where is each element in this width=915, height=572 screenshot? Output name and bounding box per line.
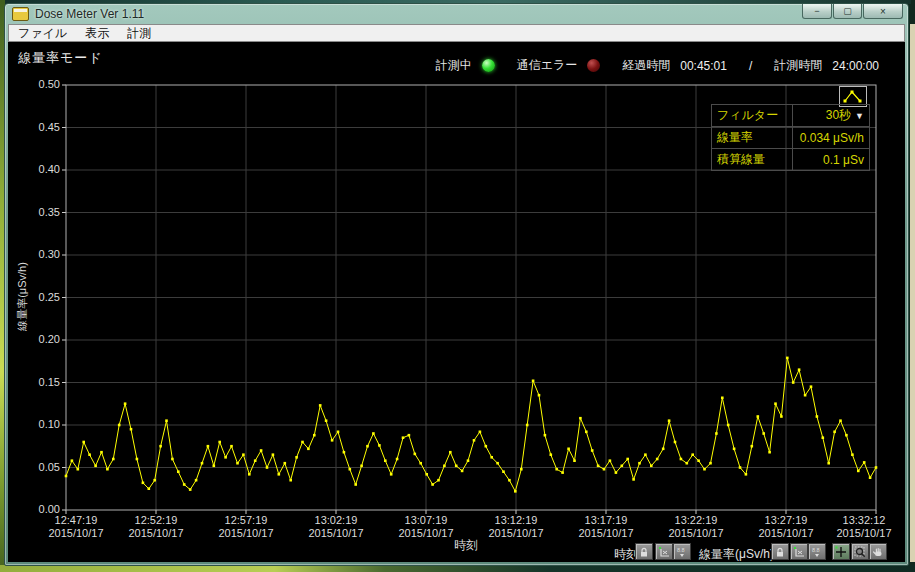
x-autoscale-button[interactable] [655, 543, 673, 560]
pan-hand-icon [872, 546, 884, 558]
lock-icon [638, 546, 650, 558]
app-window: Dose Meter Ver 1.11 − ▢ × ファイル 表示 計測 線量率… [4, 3, 909, 566]
maximize-button[interactable]: ▢ [833, 4, 862, 19]
reading-panel: フィルター 30秒▼ 線量率 0.034 μSv/h 積算線量 0.1 μSv [711, 104, 870, 171]
svg-text:8.8: 8.8 [812, 547, 820, 553]
filter-label: フィルター [712, 105, 793, 127]
svg-text:8.8: 8.8 [677, 547, 685, 553]
y-tick-label: 0.40 [18, 163, 60, 175]
menu-measure[interactable]: 計測 [118, 25, 160, 42]
scale-format-icon: 8.8 [811, 546, 823, 558]
main-content: 線量率モード 計測中 通信エラー 経過時間 00:45:01 / 計測時間 24… [8, 42, 905, 562]
x-tick-label: 13:32:122015/10/17 [818, 514, 905, 540]
filter-dropdown[interactable]: 30秒▼ [793, 105, 870, 127]
y-tick-label: 0.25 [18, 291, 60, 303]
pan-tool-button[interactable] [869, 543, 887, 560]
desktop: Dose Meter Ver 1.11 − ▢ × ファイル 表示 計測 線量率… [0, 0, 915, 572]
y-tick-label: 0.20 [18, 333, 60, 345]
desktop-wallpaper-right [910, 24, 915, 562]
autoscale-icon [658, 546, 670, 558]
y-tick-label: 0.10 [18, 418, 60, 430]
y-autoscale-button[interactable] [790, 543, 808, 560]
x-tick-label: 13:17:192015/10/17 [560, 514, 652, 540]
crosshair-icon [835, 546, 847, 558]
plot-line-peak-icon [842, 89, 864, 104]
dose-rate-row: 線量率 0.034 μSv/h [712, 127, 870, 149]
x-scale-lock-button[interactable] [635, 543, 653, 560]
close-button[interactable]: × [863, 4, 903, 19]
zoom-tool-button[interactable] [851, 543, 869, 560]
x-tick-label: 13:07:192015/10/17 [380, 514, 472, 540]
x-scale-format-button[interactable]: 8.8 [673, 543, 691, 560]
x-tick-label: 12:57:192015/10/17 [200, 514, 292, 540]
y-tick-label: 0.35 [18, 206, 60, 218]
dose-rate-value: 0.034 μSv/h [793, 127, 870, 149]
lock-icon [774, 546, 786, 558]
x-tick-label: 12:47:192015/10/17 [30, 514, 122, 540]
crosshair-tool-button[interactable] [832, 543, 850, 560]
y-tick-label: 0.45 [18, 121, 60, 133]
autoscale-icon [793, 546, 805, 558]
x-tick-label: 13:22:192015/10/17 [650, 514, 742, 540]
chevron-down-icon: ▼ [855, 111, 864, 121]
cumulative-dose-row: 積算線量 0.1 μSv [712, 149, 870, 171]
y-tick-label: 0.50 [18, 78, 60, 90]
menu-view[interactable]: 表示 [76, 25, 118, 42]
scale-format-icon: 8.8 [676, 546, 688, 558]
menu-file[interactable]: ファイル [9, 25, 76, 42]
y-tick-label: 0.30 [18, 248, 60, 260]
x-tick-label: 13:02:192015/10/17 [290, 514, 382, 540]
cumulative-dose-label: 積算線量 [712, 149, 793, 171]
x-tick-label: 12:52:192015/10/17 [110, 514, 202, 540]
dose-rate-label: 線量率 [712, 127, 793, 149]
y-scale-label: 線量率(μSv/h) [699, 546, 774, 562]
y-tick-label: 0.15 [18, 376, 60, 388]
menu-bar: ファイル 表示 計測 [8, 24, 905, 42]
y-scale-lock-button[interactable] [771, 543, 789, 560]
app-icon [12, 7, 29, 21]
title-bar[interactable]: Dose Meter Ver 1.11 − ▢ × [8, 4, 905, 24]
cumulative-dose-value: 0.1 μSv [793, 149, 870, 171]
y-scale-format-button[interactable]: 8.8 [808, 543, 826, 560]
desktop-wallpaper-bottom [0, 565, 915, 572]
minimize-button[interactable]: − [802, 4, 832, 19]
x-tick-label: 13:12:192015/10/17 [470, 514, 562, 540]
y-tick-label: 0.05 [18, 461, 60, 473]
filter-row: フィルター 30秒▼ [712, 105, 870, 127]
zoom-icon [854, 546, 866, 558]
window-title: Dose Meter Ver 1.11 [35, 7, 144, 21]
